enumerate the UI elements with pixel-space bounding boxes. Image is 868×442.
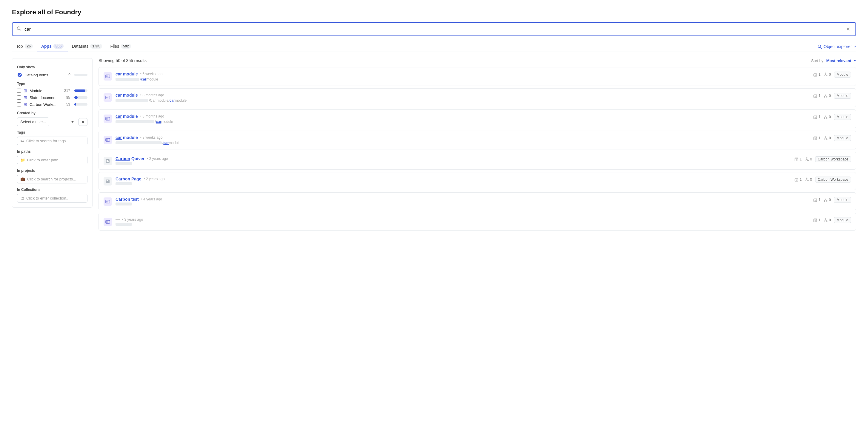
tags-input[interactable]: 🏷 Click to search for tags... bbox=[17, 137, 88, 145]
result-name-0[interactable]: car module bbox=[116, 72, 138, 76]
user-select[interactable]: Select a user... bbox=[17, 117, 49, 126]
result-meta-5: 1 0 Carbon Workspace bbox=[794, 176, 851, 182]
svg-rect-8 bbox=[108, 75, 109, 77]
svg-line-17 bbox=[826, 74, 827, 75]
result-stat1-value-2: 1 bbox=[818, 115, 820, 119]
result-body-4: Carbon Quiver • 2 years ago bbox=[116, 156, 791, 165]
type-count-1: 85 bbox=[62, 96, 70, 100]
in-collections-input[interactable]: 🗂 Click to enter collection... bbox=[17, 194, 88, 203]
fork-icon-3 bbox=[824, 136, 828, 140]
search-input[interactable] bbox=[25, 27, 845, 32]
result-meta-4: 1 0 Carbon Workspace bbox=[794, 156, 851, 162]
external-link-icon: ↗ bbox=[854, 45, 856, 48]
tab-top[interactable]: Top 26 bbox=[12, 41, 37, 52]
svg-rect-97 bbox=[108, 221, 109, 223]
svg-rect-84 bbox=[108, 201, 109, 203]
svg-point-53 bbox=[826, 139, 827, 140]
tab-datasets-label: Datasets bbox=[72, 44, 88, 48]
result-item-2: car module • 3 months ago /car module 1 … bbox=[98, 109, 856, 128]
result-stat1-value-0: 1 bbox=[818, 72, 820, 77]
svg-point-90 bbox=[826, 201, 827, 202]
svg-point-27 bbox=[826, 97, 827, 98]
svg-rect-95 bbox=[106, 221, 107, 223]
result-meta-0: 1 0 Module bbox=[813, 72, 851, 77]
tag-icon: 🏷 bbox=[20, 139, 24, 143]
result-stat1-0: 1 bbox=[813, 72, 820, 77]
svg-point-13 bbox=[824, 75, 825, 76]
result-path-2: /car module bbox=[116, 120, 809, 124]
result-body-1: car module • 3 months ago /Car module/ca… bbox=[116, 93, 809, 103]
result-path-5 bbox=[116, 182, 791, 185]
result-stat2-value-6: 0 bbox=[829, 198, 831, 202]
in-projects-input[interactable]: 💼 Click to search for projects... bbox=[17, 175, 88, 183]
svg-rect-47 bbox=[108, 139, 109, 141]
result-stat2-value-1: 0 bbox=[829, 94, 831, 98]
fork-icon-1 bbox=[824, 94, 828, 98]
tab-files-badge: 592 bbox=[121, 44, 131, 48]
result-name-3[interactable]: car module bbox=[116, 135, 138, 140]
sort-chevron-icon[interactable] bbox=[853, 59, 856, 63]
svg-rect-24 bbox=[814, 94, 817, 95]
tabs-row: Top 26 Apps 355 Datasets 1.3K Files 592 … bbox=[12, 41, 856, 52]
catalog-toggle[interactable] bbox=[17, 72, 22, 77]
result-stat2-2: 0 bbox=[824, 115, 831, 119]
tags-placeholder-text: Click to search for tags... bbox=[26, 139, 69, 143]
svg-line-80 bbox=[807, 179, 808, 180]
svg-rect-82 bbox=[106, 201, 107, 203]
svg-point-39 bbox=[824, 118, 825, 119]
object-explorer-link[interactable]: Object explorer ↗ bbox=[817, 44, 856, 49]
tab-files-label: Files bbox=[111, 44, 119, 48]
result-stat2-1: 0 bbox=[824, 94, 831, 98]
svg-rect-50 bbox=[814, 136, 817, 137]
result-body-6: Carbon test • 4 years ago bbox=[116, 197, 809, 205]
result-name-5[interactable]: Carbon Page bbox=[116, 176, 141, 181]
result-item-0: car module • 6 weeks ago /car module 1 0… bbox=[98, 67, 856, 86]
result-name-1[interactable]: car module bbox=[116, 93, 138, 98]
svg-rect-36 bbox=[814, 117, 816, 119]
svg-line-106 bbox=[826, 220, 827, 221]
tab-datasets-badge: 1.3K bbox=[90, 44, 102, 48]
tab-apps[interactable]: Apps 355 bbox=[37, 41, 68, 52]
type-checkbox-2[interactable] bbox=[17, 102, 21, 106]
result-name-6[interactable]: Carbon test bbox=[116, 197, 139, 202]
result-stat1-value-1: 1 bbox=[818, 94, 820, 98]
search-clear-button[interactable]: ✕ bbox=[845, 26, 851, 33]
result-item-5: Carbon Page • 2 years ago 1 0 Carbon Wor… bbox=[98, 172, 856, 190]
tab-top-label: Top bbox=[16, 44, 23, 48]
result-badge-3: Module bbox=[834, 135, 851, 141]
tags-section: Tags 🏷 Click to search for tags... bbox=[17, 130, 88, 145]
result-path-3: /car module bbox=[116, 141, 809, 145]
svg-point-102 bbox=[824, 221, 825, 222]
result-time-3: • 8 weeks ago bbox=[140, 135, 163, 140]
type-count-2: 53 bbox=[62, 102, 70, 106]
in-paths-input[interactable]: 📁 Click to enter path... bbox=[17, 156, 88, 164]
svg-rect-70 bbox=[106, 180, 108, 181]
svg-rect-69 bbox=[106, 179, 110, 183]
building-icon-7 bbox=[813, 218, 817, 222]
result-name-4[interactable]: Carbon Quiver bbox=[116, 156, 145, 161]
svg-rect-49 bbox=[814, 138, 816, 140]
result-badge-4: Carbon Workspace bbox=[815, 156, 851, 162]
user-select-clear-button[interactable]: ✕ bbox=[79, 118, 88, 126]
results-list: car module • 6 weeks ago /car module 1 0… bbox=[98, 67, 856, 231]
building-icon-2 bbox=[813, 115, 817, 119]
tab-datasets[interactable]: Datasets 1.3K bbox=[68, 41, 106, 52]
result-name-row-7: — • 3 years ago bbox=[116, 217, 809, 222]
type-checkbox-0[interactable] bbox=[17, 89, 21, 93]
svg-rect-73 bbox=[796, 179, 797, 181]
svg-rect-34 bbox=[108, 118, 109, 120]
result-name-7[interactable]: — bbox=[116, 217, 120, 222]
type-bar-fill-1 bbox=[74, 96, 78, 99]
result-time-2: • 3 months ago bbox=[140, 114, 164, 118]
tab-files[interactable]: Files 592 bbox=[106, 41, 135, 52]
result-stat1-value-6: 1 bbox=[818, 198, 820, 202]
result-badge-7: Module bbox=[834, 217, 851, 223]
result-body-5: Carbon Page • 2 years ago bbox=[116, 176, 791, 185]
svg-point-40 bbox=[826, 118, 827, 119]
type-checkbox-1[interactable] bbox=[17, 96, 21, 100]
result-body-2: car module • 3 months ago /car module bbox=[116, 114, 809, 124]
svg-rect-57 bbox=[106, 159, 110, 163]
sort-value[interactable]: Most relevant bbox=[826, 59, 851, 63]
result-stat2-0: 0 bbox=[824, 72, 831, 77]
result-name-2[interactable]: car module bbox=[116, 114, 138, 119]
